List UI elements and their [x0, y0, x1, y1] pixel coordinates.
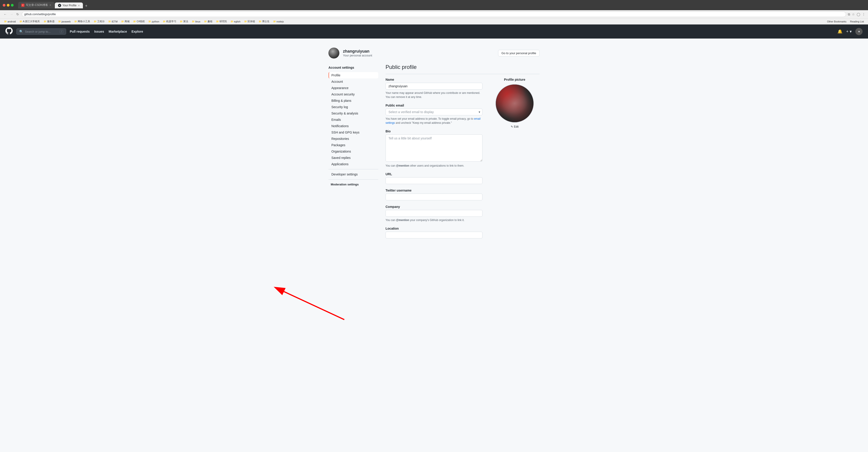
bookmark-linux[interactable]: 📁 linux — [190, 20, 202, 23]
sidebar-item-security-analysis[interactable]: Security & analysis — [329, 110, 378, 116]
browser-tab-github[interactable]: ● Your Profile ✕ — [55, 2, 83, 8]
notifications-icon[interactable]: 🔔 — [837, 29, 842, 34]
bookmark-label: 算法 — [183, 20, 188, 23]
close-dot[interactable] — [3, 4, 5, 6]
bookmark-python[interactable]: 📁 python — [147, 20, 161, 23]
folder-icon: 📁 — [133, 20, 136, 23]
sidebar-item-notifications[interactable]: Notifications — [329, 123, 378, 129]
bookmark-nodejs[interactable]: 📁 nodejs — [272, 20, 285, 23]
bookmark-english[interactable]: 📁 eglish — [229, 20, 242, 23]
profile-picture-title: Profile picture — [490, 78, 539, 81]
minimize-dot[interactable] — [7, 4, 9, 6]
search-icon: 🔍 — [19, 30, 23, 33]
search-kbd-shortcut: / — [60, 30, 63, 33]
folder-icon: 📁 — [230, 20, 233, 23]
profile-circle-icon[interactable]: ◯ — [857, 12, 860, 16]
bookmark-label: 工程分 — [97, 20, 105, 23]
bookmark-server[interactable]: 📁 服务器 — [42, 19, 56, 24]
bookmark-label: 网络小工具 — [78, 20, 90, 23]
sidebar-item-repositories[interactable]: Repositories — [329, 136, 378, 142]
url-input[interactable] — [385, 177, 483, 184]
sidebar-item-profile[interactable]: Profile — [329, 72, 378, 79]
bio-textarea[interactable] — [385, 135, 483, 162]
github-header: 🔍 Search or jump to... / Pull requests I… — [0, 25, 868, 38]
user-text-info: zhangruiyuan Your personal account — [343, 49, 372, 57]
bookmark-android[interactable]: 📁 android — [3, 20, 17, 23]
bookmark-qu[interactable]: 📁 趣链 — [203, 19, 214, 24]
new-tab-button[interactable]: + — [83, 4, 90, 8]
sidebar-item-organizations[interactable]: Organizations — [329, 148, 378, 154]
create-menu-button[interactable]: + ▾ — [846, 29, 852, 34]
sidebar-item-packages[interactable]: Packages — [329, 142, 378, 148]
sidebar-item-applications[interactable]: Applications — [329, 161, 378, 167]
nav-pull-requests[interactable]: Pull requests — [70, 30, 90, 33]
refresh-button[interactable]: ↻ — [16, 12, 20, 17]
bookmark-network[interactable]: 📁 网络小工具 — [73, 19, 92, 24]
form-main: Name Your name may appear around GitHub … — [385, 78, 483, 243]
url-label: URL — [385, 172, 483, 176]
bookmark-label: 机器学习 — [166, 20, 176, 23]
search-placeholder: Search or jump to... — [25, 30, 58, 33]
nav-issues[interactable]: Issues — [94, 30, 104, 33]
address-bar-input[interactable] — [22, 11, 846, 17]
bookmark-mall[interactable]: 📁 商城 — [120, 19, 131, 24]
browser-nav-buttons: ← → ↻ — [3, 12, 20, 17]
forward-button[interactable]: → — [9, 12, 14, 17]
sidebar-item-security-log[interactable]: Security log — [329, 104, 378, 110]
extensions-icon[interactable]: ⧉ — [848, 12, 850, 16]
folder-icon: 📁 — [204, 20, 207, 23]
page-title: Public profile — [385, 64, 539, 74]
name-input[interactable] — [385, 83, 483, 89]
bookmark-reading[interactable]: Reading List — [849, 20, 865, 23]
csdn-tab-close[interactable]: ✕ — [50, 4, 51, 6]
personal-profile-button[interactable]: Go to your personal profile — [498, 50, 539, 56]
folder-icon: 📁 — [259, 20, 261, 23]
bookmark-engineering[interactable]: 📁 工程分 — [92, 19, 106, 24]
bookmark-other[interactable]: Other Bookmarks — [826, 20, 848, 23]
sidebar-item-ssh-gpg[interactable]: SSH and GPG keys — [329, 129, 378, 136]
edit-profile-picture-button[interactable]: ✎ Edit — [490, 125, 539, 128]
bookmark-ietm[interactable]: 📁 IETM — [107, 20, 119, 23]
twitter-input[interactable] — [385, 194, 483, 200]
sidebar-item-appearance[interactable]: Appearance — [329, 85, 378, 91]
bookmark-ml[interactable]: 📁 机器学习 — [161, 19, 178, 24]
sidebar-item-account-security[interactable]: Account security — [329, 91, 378, 97]
bookmark-blockchain[interactable]: 📁 区块链 — [243, 19, 256, 24]
bookmark-csharp[interactable]: 📁 C#线程 — [132, 19, 146, 24]
nav-marketplace[interactable]: Marketplace — [109, 30, 127, 33]
email-select[interactable]: Select a verified email to display — [385, 109, 483, 115]
nav-explore[interactable]: Explore — [131, 30, 143, 33]
sidebar-item-account[interactable]: Account — [329, 79, 378, 85]
sidebar-item-developer-settings[interactable]: Developer settings — [329, 171, 378, 177]
location-input[interactable] — [385, 232, 483, 238]
maximize-dot[interactable] — [11, 4, 13, 6]
moderation-section-title: Moderation settings — [329, 181, 378, 187]
company-input[interactable] — [385, 210, 483, 217]
bookmark-label: nodejs — [277, 20, 284, 23]
sidebar-item-emails[interactable]: Emails — [329, 116, 378, 123]
bookmark-phd[interactable]: 📁 博士生 — [257, 19, 271, 24]
github-logo-icon[interactable] — [5, 27, 13, 36]
bio-help: You can @mention other users and organiz… — [385, 164, 483, 168]
bookmark-label: 研究性 — [219, 20, 227, 23]
back-button[interactable]: ← — [3, 12, 8, 17]
github-tab-close[interactable]: ✕ — [78, 4, 80, 7]
bookmark-algo[interactable]: 📁 算法 — [179, 19, 190, 24]
bookmark-research[interactable]: 📁 研究性 — [215, 19, 228, 24]
browser-tab-csdn[interactable]: C 写文章-CSDN博客 ✕ — [18, 2, 54, 8]
settings-dots-icon[interactable]: ⋮ — [862, 12, 865, 16]
user-subtitle: Your personal account — [343, 54, 372, 57]
location-label: Location — [385, 227, 483, 230]
sidebar-item-saved-replies[interactable]: Saved replies — [329, 154, 378, 161]
bookmark-javaweb[interactable]: 📁 javaweb — [57, 20, 72, 23]
bookmark-label: 博士生 — [262, 20, 270, 23]
github-tab-icon: ● — [58, 4, 61, 7]
folder-icon: 📁 — [108, 20, 111, 23]
bookmark-zhejiang[interactable]: 📁 A 浙江大学相关 — [18, 19, 41, 24]
sidebar-item-billing[interactable]: Billing & plans — [329, 97, 378, 104]
email-select-wrapper: Select a verified email to display — [385, 109, 483, 115]
user-menu-button[interactable]: ▾ — [855, 28, 863, 35]
bookmark-star-icon[interactable]: ☆ — [852, 12, 855, 16]
bookmark-label: A 浙江大学相关 — [23, 20, 40, 23]
github-search-box[interactable]: 🔍 Search or jump to... / — [16, 28, 66, 35]
